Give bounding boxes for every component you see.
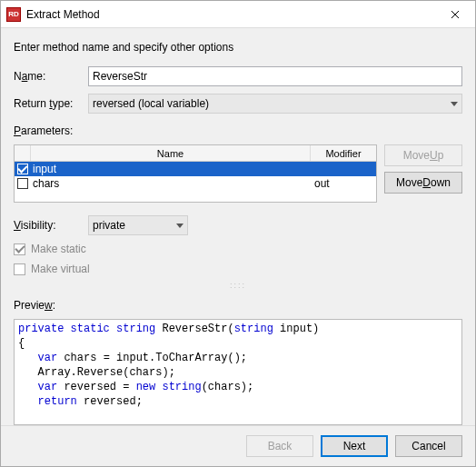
extract-method-dialog: RD Extract Method Enter method name and … (0, 0, 476, 467)
parameters-label: Parameters: (14, 124, 462, 137)
row-name: input (31, 163, 311, 175)
col-modifier[interactable]: Modifier (311, 145, 376, 161)
chevron-down-icon (451, 102, 458, 106)
next-button[interactable]: Next (321, 435, 388, 457)
footer: Back Next Cancel (1, 425, 475, 466)
titlebar: RD Extract Method (1, 1, 475, 28)
table-row[interactable]: chars out (15, 176, 376, 191)
resize-grip[interactable]: :::: (14, 283, 462, 290)
row-modifier: out (311, 177, 376, 190)
visibility-label: Visibility: (14, 219, 79, 232)
checkbox-icon (14, 243, 25, 255)
return-type-label: Return type: (14, 97, 79, 110)
row-checkbox[interactable] (17, 178, 28, 189)
back-button[interactable]: Back (246, 435, 313, 457)
checkbox-icon (14, 263, 25, 275)
col-name[interactable]: Name (31, 145, 311, 161)
close-button[interactable] (434, 1, 475, 27)
grid-header: Name Modifier (15, 145, 376, 162)
make-virtual-label: Make virtual (31, 263, 90, 275)
make-static-label: Make static (31, 243, 86, 255)
window-title: Extract Method (26, 8, 434, 21)
visibility-value: private (93, 219, 125, 232)
app-icon: RD (6, 7, 21, 22)
move-up-button[interactable]: Move Up (384, 144, 462, 166)
return-type-value: reversed (local variable) (93, 97, 209, 110)
visibility-select[interactable]: private (88, 215, 188, 235)
return-type-select[interactable]: reversed (local variable) (88, 94, 462, 114)
parameters-grid[interactable]: Name Modifier input chars out (14, 144, 377, 203)
cancel-button[interactable]: Cancel (395, 435, 462, 457)
preview-label: Preview: (14, 299, 462, 312)
move-down-button[interactable]: Move Down (384, 172, 462, 194)
make-static-checkbox[interactable]: Make static (14, 243, 462, 255)
close-icon (451, 10, 460, 19)
method-name-input[interactable] (88, 66, 462, 86)
make-virtual-checkbox[interactable]: Make virtual (14, 263, 462, 275)
row-checkbox[interactable] (17, 164, 28, 174)
row-name: chars (31, 177, 311, 190)
table-row[interactable]: input (15, 162, 376, 176)
chevron-down-icon (176, 224, 183, 228)
instruction-text: Enter method name and specify other opti… (14, 41, 462, 54)
preview-pane: private static string ReverseStr(string … (14, 319, 462, 425)
name-label: Name: (14, 70, 79, 83)
